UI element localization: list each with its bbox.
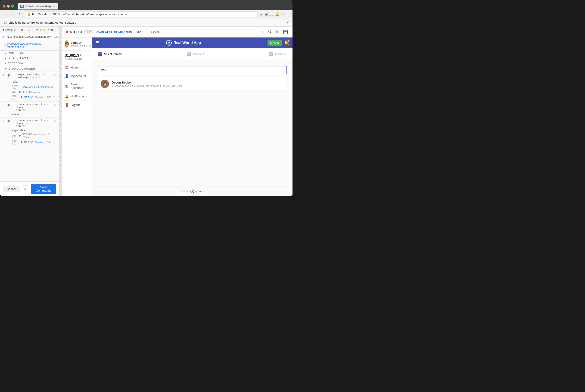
command-2-row: 2 get [data-test=user-list-search-input]…: [0, 102, 59, 112]
nav-item-bank-accounts[interactable]: 🏦 Bank Accounts: [62, 80, 92, 92]
close-traffic-light[interactable]: [3, 5, 6, 8]
back-button[interactable]: ←: [3, 12, 8, 17]
new-tab-button[interactable]: +: [60, 2, 67, 10]
replay-icon[interactable]: ↺: [51, 28, 54, 32]
star-icon[interactable]: ★: [260, 12, 263, 16]
studio-recording-dot: [66, 30, 68, 33]
upload-icon[interactable]: ↑: [48, 28, 49, 32]
copy-button[interactable]: ⧉: [22, 185, 29, 192]
studio-area: STUDIO BETA AVAILABLE COMMANDS GIVE FEED…: [62, 26, 292, 196]
tab-close-button[interactable]: ×: [54, 4, 56, 8]
studio-close-button[interactable]: ×: [260, 29, 265, 36]
save-commands-button[interactable]: Save Commands: [31, 184, 56, 194]
circle-icon: ○: [28, 28, 30, 32]
studio-toolbar: STUDIO BETA AVAILABLE COMMANDS GIVE FEED…: [62, 26, 292, 38]
before-each-item[interactable]: ▶ BEFORE EACH: [0, 56, 59, 61]
nav-item-notifications[interactable]: 🔔 Notifications: [62, 92, 92, 101]
studio-commands-label: STUDIO COMMANDS: [8, 67, 36, 70]
lock-icon: 🔒: [27, 13, 31, 16]
extension-icon[interactable]: ▣: [264, 12, 268, 16]
cross-icon: ✕: [21, 28, 23, 32]
home-icon: 🏠: [65, 66, 69, 69]
browser-controls: ★ ▣ ◡ 🔔 △ ⋮: [260, 12, 290, 16]
test-body-item[interactable]: ▶ TEST BODY: [0, 61, 59, 66]
tests-back-button[interactable]: < Tests: [2, 28, 12, 32]
studio-label: STUDIO: [70, 30, 82, 34]
minimize-traffic-light[interactable]: [7, 5, 10, 8]
app-inner: 🧑 Edgar J @Katharina_Bernier $1,681.37 A…: [62, 38, 292, 196]
cmd-1-close[interactable]: ⊗: [54, 73, 56, 77]
routes-item[interactable]: ▶ ROUTES (3): [0, 51, 59, 56]
command-1: 1 get .MuiButton-label >.MuiSvgIcon-root…: [0, 72, 59, 101]
studio-commands-arrow: ▼: [5, 68, 7, 70]
tab-favicon: [20, 5, 24, 8]
bell-icon[interactable]: 🔔: [275, 12, 280, 16]
blue-dot-icon-2: [20, 96, 22, 98]
cancel-button[interactable]: Cancel: [3, 186, 20, 192]
cmd-1-detail-xhr: (xhr) GET 200 /users: [0, 90, 59, 94]
hamburger-menu[interactable]: ☰: [96, 40, 100, 45]
banner-close-button[interactable]: ×: [287, 20, 289, 24]
user-search-input[interactable]: [98, 66, 287, 74]
command-1-row: 1 get .MuiButton-label >.MuiSvgIcon-root…: [0, 73, 59, 80]
fullscreen-traffic-light[interactable]: [11, 5, 14, 8]
user-avatar: 🧑: [65, 40, 69, 48]
transaction-form: 🧑 Devon Becker U: Jessyca.Kuhic • E: Jor…: [92, 60, 292, 186]
cypress-logo-text: cypress: [195, 190, 204, 193]
cmd-2-close[interactable]: ⊗: [54, 103, 56, 107]
cmd-2-arg: [data-test=user-list-search-input]: [16, 103, 52, 112]
nav-item-logout[interactable]: 🚪 Logout: [62, 101, 92, 109]
pending-count: --: [31, 28, 33, 32]
studio-toolbar-right: × ↺ ⧉ 💾: [260, 28, 289, 36]
step-3-circle: 3: [269, 52, 273, 56]
address-text: http://localhost:3000/__/#/tests/integra…: [32, 12, 127, 16]
step-2-label: Payment: [193, 52, 204, 56]
new-btn-label: NEW: [272, 41, 279, 44]
built-by-text: Built by: [181, 190, 189, 193]
notification-nav-icon: 🔔: [65, 94, 69, 98]
puzzle-icon[interactable]: ◡: [270, 12, 273, 16]
pass-count: --: [17, 28, 19, 32]
header-right: $ NEW 🔔 8: [268, 40, 289, 46]
reload-button[interactable]: ↻: [18, 12, 22, 17]
automated-banner: Chrome is being controlled by automated …: [0, 18, 292, 26]
file-icon: 📄: [3, 44, 6, 47]
studio-undo-button[interactable]: ↺: [267, 28, 272, 36]
nav-item-my-account[interactable]: 👤 My Account: [62, 72, 92, 80]
command-3-row: 3 get [data-test=user-list-search-input]…: [0, 118, 59, 128]
cmd-3-action: -type dev: [0, 128, 59, 132]
user-handle: @Katharina_Bernier: [70, 44, 92, 47]
available-commands-button[interactable]: AVAILABLE COMMANDS: [96, 30, 132, 34]
app-logo: ↻ Real World App: [166, 40, 201, 46]
studio-brand: STUDIO BETA: [66, 30, 92, 34]
active-tab[interactable]: cypress-realworld-app ×: [18, 3, 58, 10]
step-3-label: Complete: [275, 52, 287, 56]
main-area: < Tests ✓ -- ✕ -- ○ -- 02.53 ● ↑ ↺: [0, 26, 292, 196]
cmd-3-number: 3: [3, 119, 6, 122]
before-each-arrow: ▶: [5, 57, 6, 60]
bank-icon: 🏦: [65, 84, 69, 88]
routes-label: ROUTES (3): [8, 52, 24, 55]
cmd-3-detail-req: (req fn) GET http://localhost:3001/user.…: [0, 139, 59, 145]
nav-item-home[interactable]: 🏠 Home: [62, 63, 92, 72]
forward-button[interactable]: →: [10, 12, 16, 17]
step-1-circle: 1: [98, 52, 102, 56]
cmd-3-name: get: [8, 119, 15, 122]
new-transaction-button[interactable]: $ NEW: [268, 40, 282, 46]
cypress-toolbar: < Tests ✓ -- ✕ -- ○ -- 02.53 ● ↑ ↺: [0, 26, 59, 33]
cmd-3-close[interactable]: ⊗: [54, 119, 56, 123]
address-bar[interactable]: 🔒 http://localhost:3000/__/#/tests/integ…: [24, 11, 258, 17]
cmd-1-arg: .MuiButton-label >.MuiSvgIcon-root: [16, 73, 44, 79]
balance-amount: $1,681.37: [65, 54, 89, 58]
cypress-preview-url: http://localhost:3000/transaction/new: [6, 35, 52, 38]
contact-info: Devon Becker U: Jessyca.Kuhic • E: Jordy…: [112, 81, 182, 87]
step-line-2: [207, 54, 266, 54]
studio-save-button[interactable]: 💾: [282, 28, 289, 36]
command-3: 3 get [data-test=user-list-search-input]…: [0, 117, 59, 146]
notification-badge: 8: [286, 39, 290, 42]
give-feedback-button[interactable]: GIVE FEEDBACK: [136, 30, 160, 34]
account-icon[interactable]: △: [282, 12, 284, 16]
contact-result[interactable]: 🧑 Devon Becker U: Jessyca.Kuhic • E: Jor…: [98, 77, 287, 90]
studio-copy-button[interactable]: ⧉: [275, 29, 280, 36]
menu-icon[interactable]: ⋮: [286, 12, 290, 16]
